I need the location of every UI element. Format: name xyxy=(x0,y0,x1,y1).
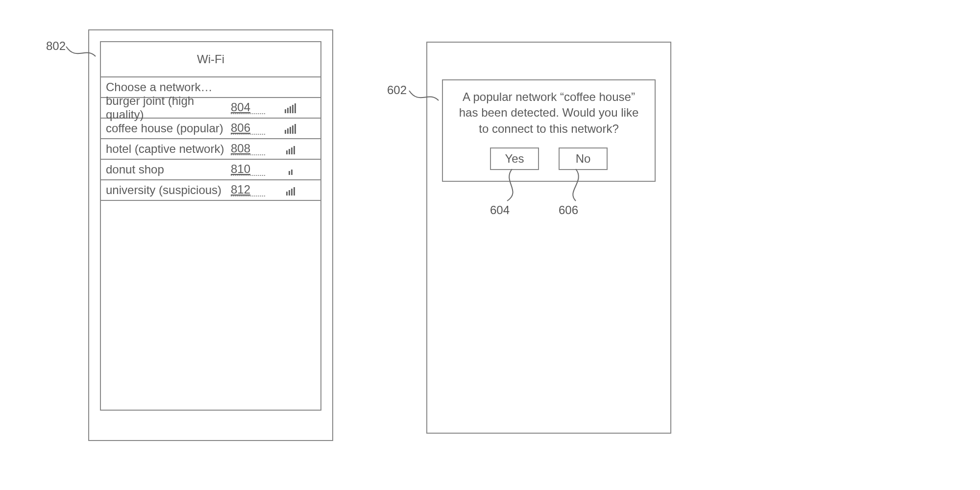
wifi-title: Wi-Fi xyxy=(197,52,224,66)
wifi-signal-icon xyxy=(286,185,295,196)
network-signal xyxy=(265,144,316,154)
no-button[interactable]: No xyxy=(559,147,608,170)
network-ref: 812 xyxy=(231,184,265,196)
wifi-signal-icon xyxy=(286,144,295,154)
callout-802: 802 xyxy=(46,39,66,53)
network-ref: 810 xyxy=(231,163,265,176)
device-right: A popular network “coffee house” has bee… xyxy=(426,42,671,434)
wifi-signal-icon xyxy=(285,123,296,134)
wifi-signal-icon xyxy=(289,164,293,175)
network-row[interactable]: hotel (captive network)808 xyxy=(101,139,320,160)
network-row[interactable]: donut shop810 xyxy=(101,160,320,180)
network-list: burger joint (high quality)804coffee hou… xyxy=(101,98,320,201)
network-signal xyxy=(265,102,316,113)
network-row[interactable]: university (suspicious)812 xyxy=(101,180,320,201)
network-name: coffee house (popular) xyxy=(106,122,231,135)
connect-dialog: A popular network “coffee house” has bee… xyxy=(442,79,656,182)
dialog-message: A popular network “coffee house” has bee… xyxy=(454,89,644,137)
wifi-signal-icon xyxy=(285,102,296,113)
dialog-button-row: Yes No xyxy=(454,147,644,170)
wifi-panel: Wi-Fi Choose a network… burger joint (hi… xyxy=(100,41,321,411)
network-name: donut shop xyxy=(106,163,231,176)
wifi-title-bar: Wi-Fi xyxy=(101,42,320,77)
network-row[interactable]: burger joint (high quality)804 xyxy=(101,98,320,119)
choose-network-text: Choose a network… xyxy=(106,80,212,94)
network-ref: 804 xyxy=(231,101,265,114)
network-name: hotel (captive network) xyxy=(106,142,231,156)
yes-button[interactable]: Yes xyxy=(490,147,539,170)
device-left: Wi-Fi Choose a network… burger joint (hi… xyxy=(88,29,333,441)
network-signal xyxy=(265,185,316,196)
network-name: burger joint (high quality) xyxy=(106,94,231,122)
network-name: university (suspicious) xyxy=(106,183,231,197)
network-ref: 808 xyxy=(231,143,265,155)
callout-604: 604 xyxy=(490,203,510,217)
callout-606: 606 xyxy=(559,203,578,217)
network-ref: 806 xyxy=(231,122,265,135)
network-signal xyxy=(265,164,316,175)
network-signal xyxy=(265,123,316,134)
network-row[interactable]: coffee house (popular)806 xyxy=(101,119,320,139)
callout-602: 602 xyxy=(387,83,407,97)
